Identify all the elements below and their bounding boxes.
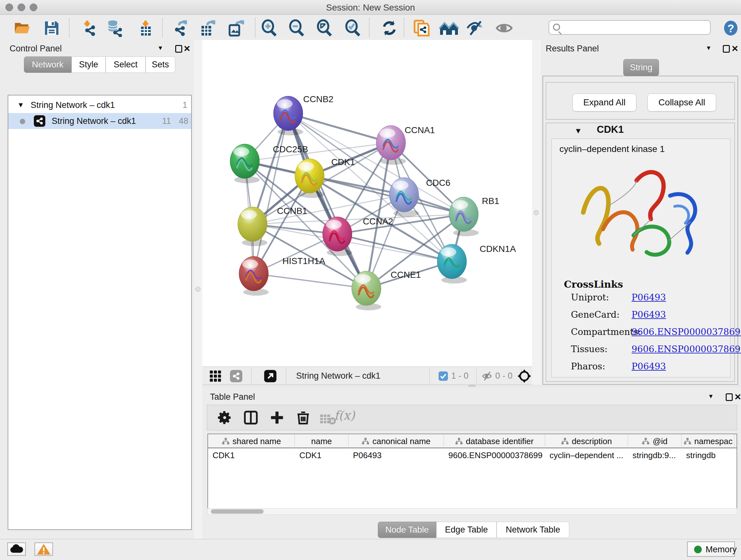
scrollbar-thumb[interactable] — [211, 509, 264, 514]
string-results-container: Expand All Collapse All ▼ CDK1 cyclin–de… — [542, 76, 738, 385]
open-session-icon[interactable] — [13, 19, 31, 37]
import-table-icon[interactable] — [137, 19, 154, 37]
add-column-icon[interactable] — [269, 410, 285, 426]
tab-network-table[interactable]: Network Table — [496, 522, 569, 538]
right-splitter-handle[interactable] — [534, 210, 539, 215]
selected-checkbox-icon[interactable] — [438, 371, 448, 381]
network-canvas[interactable]: CCNB2CCNA1CDC25BCDK1CDC6RB1CCNB1CCNA2CDK… — [202, 40, 532, 367]
column-label: description — [572, 436, 612, 446]
open-in-window-icon[interactable] — [264, 369, 277, 383]
crosslink-row: GeneCard:P06493 — [571, 309, 727, 327]
gene-expand-caret-icon[interactable]: ▼ — [575, 126, 582, 135]
cloud-status-button[interactable] — [7, 543, 26, 556]
table-panel-close-icon[interactable]: × — [735, 393, 741, 400]
crosslink-link[interactable]: P06493 — [631, 292, 666, 303]
fit-selection-crosshair-icon[interactable] — [517, 369, 532, 383]
crosslink-link[interactable]: P06493 — [631, 361, 666, 372]
zoom-out-icon[interactable] — [287, 19, 306, 37]
left-splitter-handle[interactable] — [195, 287, 200, 292]
column-tree-icon — [455, 437, 463, 445]
import-network-from-database-icon[interactable] — [105, 19, 123, 37]
help-icon[interactable]: ? — [722, 19, 740, 37]
control-panel-close-icon[interactable]: × — [184, 44, 190, 52]
memory-button[interactable]: Memory — [687, 542, 735, 557]
horizontal-splitter[interactable] — [202, 385, 741, 387]
network-collection-row[interactable]: ▼ String Network – cdk1 1 — [8, 97, 191, 113]
search-input[interactable] — [549, 20, 711, 35]
home-view-icon[interactable] — [439, 19, 460, 37]
column-header[interactable]: namespac — [682, 434, 735, 448]
memory-label: Memory — [705, 545, 737, 555]
table-cell[interactable]: CDK1 — [295, 448, 348, 462]
results-panel-close-icon[interactable]: × — [732, 44, 738, 52]
collapse-all-button[interactable]: Collapse All — [648, 94, 716, 111]
column-label: shared name — [232, 436, 281, 446]
warning-status-button[interactable] — [35, 543, 53, 556]
results-panel-menu-icon[interactable]: ▾ — [707, 44, 711, 52]
crosslink-link[interactable]: 9606.ENSP00000378699 — [631, 327, 741, 337]
zoom-fit-icon[interactable] — [315, 19, 333, 37]
control-panel-float-icon[interactable] — [175, 45, 182, 53]
crosslink-link[interactable]: P06493 — [631, 309, 666, 320]
table-panel: Table Panel ▾ × f(x) shared namenamecano… — [202, 387, 741, 539]
crosslink-label: Uniprot: — [571, 292, 609, 303]
export-table-icon[interactable] — [199, 19, 216, 37]
table-panel-title: Table Panel — [210, 392, 255, 402]
network-row-selected[interactable]: String Network – cdk1 11 48 — [8, 113, 191, 129]
table-panel-float-icon[interactable] — [726, 393, 733, 401]
node-label: CCNB2 — [303, 94, 333, 104]
tab-select[interactable]: Select — [106, 57, 145, 73]
left-splitter[interactable] — [194, 40, 202, 539]
table-panel-menu-icon[interactable]: ▾ — [709, 392, 713, 400]
network-share-icon[interactable] — [229, 369, 243, 383]
save-session-icon[interactable] — [43, 19, 61, 37]
node-label: CCNE1 — [391, 270, 421, 280]
column-header[interactable]: database identifier — [444, 434, 545, 448]
gene-details: cyclin–dependent kinase 1 CrossLinks Uni… — [551, 138, 731, 377]
tab-sets[interactable]: Sets — [145, 57, 175, 73]
export-network-icon[interactable] — [172, 19, 190, 37]
tab-network[interactable]: Network — [24, 57, 71, 73]
table-settings-gear-icon[interactable] — [217, 410, 232, 426]
crosslink-link[interactable]: 9606.ENSP00000378699 — [631, 344, 741, 354]
collection-expand-caret-icon[interactable]: ▼ — [17, 101, 24, 109]
table-cell[interactable]: 9606.ENSP00000378699 — [444, 448, 545, 462]
show-all-eye-icon[interactable] — [495, 19, 513, 37]
string-network-graph[interactable]: CCNB2CCNA1CDC25BCDK1CDC6RB1CCNB1CCNA2CDK… — [202, 40, 532, 367]
hide-unhide-icon[interactable] — [466, 19, 484, 37]
table-horizontal-scrollbar[interactable] — [207, 508, 737, 515]
tab-string[interactable]: String — [623, 59, 659, 76]
column-header[interactable]: name — [295, 434, 348, 448]
table-cell[interactable]: stringdb — [682, 448, 735, 462]
import-network-icon[interactable] — [80, 19, 98, 37]
column-header[interactable]: canonical name — [348, 434, 444, 448]
zoom-selected-icon[interactable] — [344, 19, 361, 37]
node-label: CCNA1 — [405, 125, 435, 135]
column-header[interactable]: shared name — [208, 434, 295, 448]
crosslink-label: Compartments: — [571, 327, 641, 337]
refresh-icon[interactable] — [381, 19, 398, 37]
crosslink-row: Compartments:9606.ENSP00000378699 — [571, 327, 727, 344]
delete-column-trash-icon[interactable] — [295, 410, 311, 426]
column-header[interactable]: description — [545, 434, 628, 448]
tab-node-table[interactable]: Node Table — [378, 522, 436, 538]
tab-style[interactable]: Style — [71, 57, 106, 73]
zoom-in-icon[interactable] — [260, 19, 278, 37]
table-cell[interactable]: CDK1 — [208, 448, 295, 462]
table-cell[interactable]: stringdb:9... — [628, 448, 682, 462]
toolbar-separator — [404, 18, 404, 37]
table-row[interactable]: CDK1CDK1P064939606.ENSP00000378699cyclin… — [208, 448, 737, 462]
clone-network-icon[interactable] — [412, 19, 430, 37]
column-label: name — [311, 436, 332, 446]
tab-edge-table[interactable]: Edge Table — [436, 522, 496, 538]
birds-eye-grid-icon[interactable] — [209, 369, 222, 383]
results-panel-float-icon[interactable] — [723, 45, 730, 53]
node-label: CCNB1 — [277, 206, 307, 216]
table-cell[interactable]: cyclin–dependent ... — [545, 448, 628, 462]
expand-all-button[interactable]: Expand All — [572, 94, 636, 111]
show-columns-icon[interactable] — [243, 410, 259, 426]
export-image-icon[interactable] — [226, 19, 245, 37]
column-header[interactable]: @id — [628, 434, 682, 448]
control-panel-menu-icon[interactable]: ▾ — [158, 44, 162, 52]
table-cell[interactable]: P06493 — [348, 448, 444, 462]
